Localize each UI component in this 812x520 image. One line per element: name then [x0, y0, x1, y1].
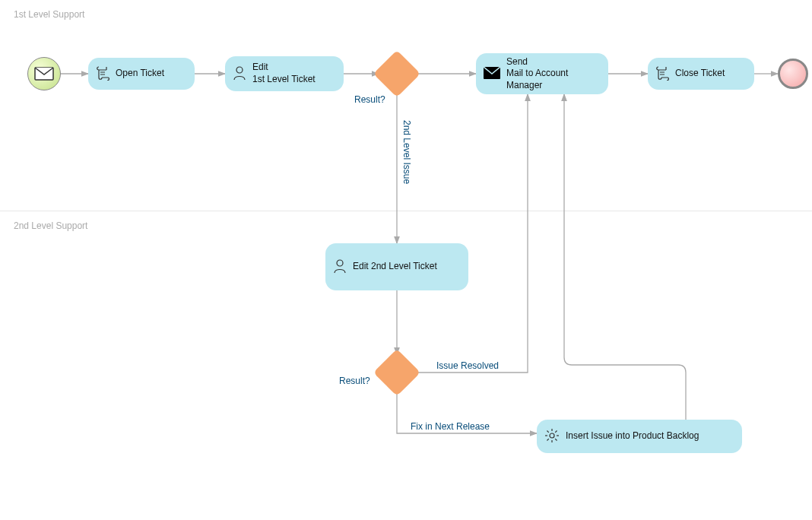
task-label: Open Ticket — [116, 68, 164, 80]
svg-line-9 — [547, 430, 549, 432]
envelope-filled-icon — [484, 67, 500, 81]
script-icon — [655, 65, 669, 83]
svg-point-1 — [236, 67, 243, 73]
task-edit-first-level[interactable]: Edit 1st Level Ticket — [225, 56, 344, 91]
start-event-message[interactable] — [27, 57, 61, 90]
task-label: Close Ticket — [675, 68, 725, 80]
edge-label-2nd-level-issue: 2nd Level Issue — [401, 120, 412, 184]
envelope-icon — [34, 67, 54, 81]
task-label: Send Mail to Account Manager — [506, 56, 568, 92]
edge-label-issue-resolved: Issue Resolved — [436, 360, 499, 371]
task-close-ticket[interactable]: Close Ticket — [648, 58, 754, 90]
task-label: Edit 1st Level Ticket — [252, 62, 316, 85]
gateway-1-label: Result? — [354, 94, 385, 105]
task-edit-second-level[interactable]: Edit 2nd Level Ticket — [325, 243, 468, 290]
svg-line-10 — [555, 439, 557, 440]
task-label: Edit 2nd Level Ticket — [353, 261, 437, 273]
task-label: Insert Issue into Product Backlog — [566, 430, 699, 442]
svg-point-4 — [550, 433, 554, 438]
script-icon — [96, 65, 109, 83]
end-event[interactable] — [778, 59, 808, 89]
svg-point-3 — [337, 260, 343, 266]
gateway-2-label: Result? — [339, 376, 370, 386]
svg-line-11 — [547, 439, 549, 440]
task-insert-backlog[interactable]: Insert Issue into Product Backlog — [537, 420, 742, 453]
edge-label-fix-next-release: Fix in Next Release — [411, 421, 490, 432]
gear-icon — [544, 428, 560, 445]
lane-label-first: 1st Level Support — [14, 9, 84, 20]
user-icon — [233, 65, 246, 83]
svg-line-12 — [555, 430, 557, 432]
task-send-mail[interactable]: Send Mail to Account Manager — [476, 53, 608, 94]
task-open-ticket[interactable]: Open Ticket — [88, 58, 195, 90]
lane-label-second: 2nd Level Support — [14, 220, 87, 231]
user-icon — [333, 258, 347, 276]
